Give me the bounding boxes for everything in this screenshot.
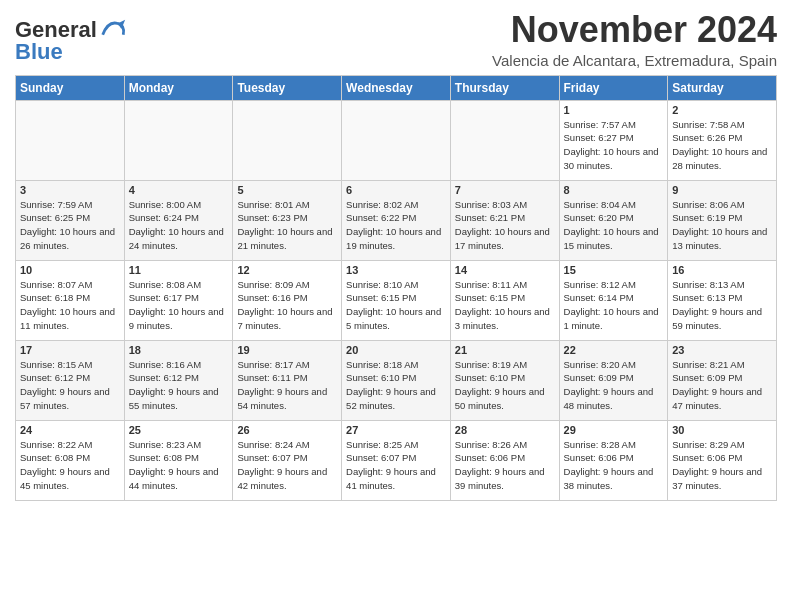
calendar-cell: 12Sunrise: 8:09 AM Sunset: 6:16 PM Dayli… — [233, 260, 342, 340]
day-info: Sunrise: 8:17 AM Sunset: 6:11 PM Dayligh… — [237, 358, 337, 413]
calendar-cell: 11Sunrise: 8:08 AM Sunset: 6:17 PM Dayli… — [124, 260, 233, 340]
calendar-cell: 16Sunrise: 8:13 AM Sunset: 6:13 PM Dayli… — [668, 260, 777, 340]
day-info: Sunrise: 7:57 AM Sunset: 6:27 PM Dayligh… — [564, 118, 664, 173]
day-number: 14 — [455, 264, 555, 276]
calendar-title: November 2024 — [492, 10, 777, 50]
day-number: 30 — [672, 424, 772, 436]
calendar-week-1: 1Sunrise: 7:57 AM Sunset: 6:27 PM Daylig… — [16, 100, 777, 180]
day-info: Sunrise: 7:59 AM Sunset: 6:25 PM Dayligh… — [20, 198, 120, 253]
calendar-cell: 22Sunrise: 8:20 AM Sunset: 6:09 PM Dayli… — [559, 340, 668, 420]
calendar-cell: 9Sunrise: 8:06 AM Sunset: 6:19 PM Daylig… — [668, 180, 777, 260]
calendar-cell: 18Sunrise: 8:16 AM Sunset: 6:12 PM Dayli… — [124, 340, 233, 420]
calendar-cell: 24Sunrise: 8:22 AM Sunset: 6:08 PM Dayli… — [16, 420, 125, 500]
calendar-week-2: 3Sunrise: 7:59 AM Sunset: 6:25 PM Daylig… — [16, 180, 777, 260]
calendar-cell: 4Sunrise: 8:00 AM Sunset: 6:24 PM Daylig… — [124, 180, 233, 260]
day-number: 21 — [455, 344, 555, 356]
calendar-cell: 7Sunrise: 8:03 AM Sunset: 6:21 PM Daylig… — [450, 180, 559, 260]
day-number: 9 — [672, 184, 772, 196]
day-info: Sunrise: 8:00 AM Sunset: 6:24 PM Dayligh… — [129, 198, 229, 253]
day-number: 7 — [455, 184, 555, 196]
day-info: Sunrise: 8:12 AM Sunset: 6:14 PM Dayligh… — [564, 278, 664, 333]
day-number: 5 — [237, 184, 337, 196]
day-number: 4 — [129, 184, 229, 196]
calendar-cell: 14Sunrise: 8:11 AM Sunset: 6:15 PM Dayli… — [450, 260, 559, 340]
day-info: Sunrise: 8:02 AM Sunset: 6:22 PM Dayligh… — [346, 198, 446, 253]
calendar-week-4: 17Sunrise: 8:15 AM Sunset: 6:12 PM Dayli… — [16, 340, 777, 420]
day-info: Sunrise: 8:15 AM Sunset: 6:12 PM Dayligh… — [20, 358, 120, 413]
day-info: Sunrise: 8:28 AM Sunset: 6:06 PM Dayligh… — [564, 438, 664, 493]
calendar-cell: 21Sunrise: 8:19 AM Sunset: 6:10 PM Dayli… — [450, 340, 559, 420]
day-number: 12 — [237, 264, 337, 276]
calendar-cell: 28Sunrise: 8:26 AM Sunset: 6:06 PM Dayli… — [450, 420, 559, 500]
day-number: 28 — [455, 424, 555, 436]
header: General Blue November 2024 Valencia de A… — [15, 10, 777, 69]
day-info: Sunrise: 8:21 AM Sunset: 6:09 PM Dayligh… — [672, 358, 772, 413]
weekday-header-thursday: Thursday — [450, 75, 559, 100]
day-number: 26 — [237, 424, 337, 436]
day-info: Sunrise: 8:19 AM Sunset: 6:10 PM Dayligh… — [455, 358, 555, 413]
calendar-cell: 2Sunrise: 7:58 AM Sunset: 6:26 PM Daylig… — [668, 100, 777, 180]
day-info: Sunrise: 8:01 AM Sunset: 6:23 PM Dayligh… — [237, 198, 337, 253]
day-number: 1 — [564, 104, 664, 116]
calendar-table: SundayMondayTuesdayWednesdayThursdayFrid… — [15, 75, 777, 501]
calendar-cell: 19Sunrise: 8:17 AM Sunset: 6:11 PM Dayli… — [233, 340, 342, 420]
day-number: 24 — [20, 424, 120, 436]
day-number: 6 — [346, 184, 446, 196]
calendar-cell: 5Sunrise: 8:01 AM Sunset: 6:23 PM Daylig… — [233, 180, 342, 260]
weekday-header-tuesday: Tuesday — [233, 75, 342, 100]
day-number: 29 — [564, 424, 664, 436]
calendar-cell: 29Sunrise: 8:28 AM Sunset: 6:06 PM Dayli… — [559, 420, 668, 500]
day-info: Sunrise: 8:07 AM Sunset: 6:18 PM Dayligh… — [20, 278, 120, 333]
calendar-subtitle: Valencia de Alcantara, Extremadura, Spai… — [492, 52, 777, 69]
calendar-cell: 8Sunrise: 8:04 AM Sunset: 6:20 PM Daylig… — [559, 180, 668, 260]
calendar-cell: 3Sunrise: 7:59 AM Sunset: 6:25 PM Daylig… — [16, 180, 125, 260]
day-number: 3 — [20, 184, 120, 196]
day-info: Sunrise: 8:20 AM Sunset: 6:09 PM Dayligh… — [564, 358, 664, 413]
day-info: Sunrise: 8:25 AM Sunset: 6:07 PM Dayligh… — [346, 438, 446, 493]
day-number: 8 — [564, 184, 664, 196]
day-info: Sunrise: 8:09 AM Sunset: 6:16 PM Dayligh… — [237, 278, 337, 333]
logo-icon — [99, 16, 127, 44]
weekday-header-saturday: Saturday — [668, 75, 777, 100]
calendar-cell: 30Sunrise: 8:29 AM Sunset: 6:06 PM Dayli… — [668, 420, 777, 500]
day-number: 13 — [346, 264, 446, 276]
day-number: 11 — [129, 264, 229, 276]
day-info: Sunrise: 8:13 AM Sunset: 6:13 PM Dayligh… — [672, 278, 772, 333]
calendar-cell — [233, 100, 342, 180]
calendar-cell: 13Sunrise: 8:10 AM Sunset: 6:15 PM Dayli… — [342, 260, 451, 340]
weekday-header-wednesday: Wednesday — [342, 75, 451, 100]
logo: General Blue — [15, 16, 127, 64]
day-info: Sunrise: 8:26 AM Sunset: 6:06 PM Dayligh… — [455, 438, 555, 493]
weekday-header-monday: Monday — [124, 75, 233, 100]
day-info: Sunrise: 8:10 AM Sunset: 6:15 PM Dayligh… — [346, 278, 446, 333]
calendar-cell: 15Sunrise: 8:12 AM Sunset: 6:14 PM Dayli… — [559, 260, 668, 340]
day-number: 20 — [346, 344, 446, 356]
day-number: 23 — [672, 344, 772, 356]
day-info: Sunrise: 8:08 AM Sunset: 6:17 PM Dayligh… — [129, 278, 229, 333]
day-number: 27 — [346, 424, 446, 436]
calendar-cell: 6Sunrise: 8:02 AM Sunset: 6:22 PM Daylig… — [342, 180, 451, 260]
day-number: 10 — [20, 264, 120, 276]
calendar-cell: 23Sunrise: 8:21 AM Sunset: 6:09 PM Dayli… — [668, 340, 777, 420]
day-info: Sunrise: 7:58 AM Sunset: 6:26 PM Dayligh… — [672, 118, 772, 173]
day-info: Sunrise: 8:22 AM Sunset: 6:08 PM Dayligh… — [20, 438, 120, 493]
calendar-week-5: 24Sunrise: 8:22 AM Sunset: 6:08 PM Dayli… — [16, 420, 777, 500]
day-info: Sunrise: 8:29 AM Sunset: 6:06 PM Dayligh… — [672, 438, 772, 493]
calendar-cell: 27Sunrise: 8:25 AM Sunset: 6:07 PM Dayli… — [342, 420, 451, 500]
calendar-cell: 26Sunrise: 8:24 AM Sunset: 6:07 PM Dayli… — [233, 420, 342, 500]
calendar-cell: 1Sunrise: 7:57 AM Sunset: 6:27 PM Daylig… — [559, 100, 668, 180]
calendar-cell — [342, 100, 451, 180]
weekday-header-friday: Friday — [559, 75, 668, 100]
calendar-body: 1Sunrise: 7:57 AM Sunset: 6:27 PM Daylig… — [16, 100, 777, 500]
calendar-week-3: 10Sunrise: 8:07 AM Sunset: 6:18 PM Dayli… — [16, 260, 777, 340]
calendar-cell: 10Sunrise: 8:07 AM Sunset: 6:18 PM Dayli… — [16, 260, 125, 340]
day-number: 22 — [564, 344, 664, 356]
day-info: Sunrise: 8:06 AM Sunset: 6:19 PM Dayligh… — [672, 198, 772, 253]
title-block: November 2024 Valencia de Alcantara, Ext… — [492, 10, 777, 69]
calendar-cell — [124, 100, 233, 180]
calendar-cell: 25Sunrise: 8:23 AM Sunset: 6:08 PM Dayli… — [124, 420, 233, 500]
day-number: 18 — [129, 344, 229, 356]
calendar-cell — [16, 100, 125, 180]
day-info: Sunrise: 8:11 AM Sunset: 6:15 PM Dayligh… — [455, 278, 555, 333]
day-number: 17 — [20, 344, 120, 356]
